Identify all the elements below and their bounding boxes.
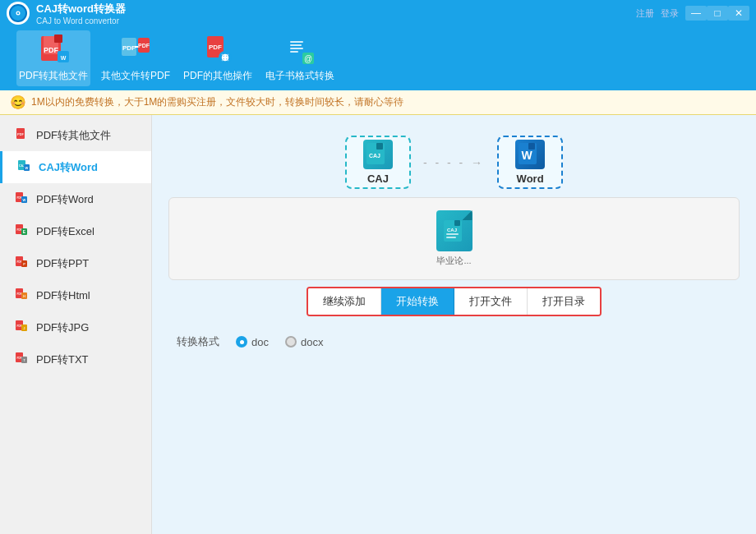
format-docx-radio[interactable] [285, 336, 297, 348]
sidebar-item-pdf-jpg[interactable]: PDFJ PDF转JPG [0, 311, 151, 343]
main-area: PDF PDF转其他文件 CAJW CAJ转Word PDFW PDF转Word… [0, 115, 756, 534]
sidebar-icon-caj-word: CAJW [16, 159, 32, 175]
maximize-button[interactable]: □ [707, 6, 728, 21]
sidebar-label-pdf-ppt: PDF转PPT [36, 256, 89, 271]
sidebar-label-pdf-html: PDF转Html [36, 288, 90, 303]
svg-text:PDF: PDF [17, 132, 25, 136]
toolbar-pdf-to-other[interactable]: PDF W PDF转其他文件 [16, 30, 90, 86]
conversion-arrow: - - - - → [423, 156, 485, 169]
svg-text:CAJ: CAJ [446, 228, 456, 232]
login-link[interactable]: 登录 [661, 7, 679, 20]
toolbar-pdf-ops[interactable]: PDF PDF的其他操作 [181, 30, 255, 86]
format-doc-radio[interactable] [236, 336, 247, 348]
file-icon: CAJ [436, 210, 472, 251]
svg-rect-17 [290, 41, 303, 43]
other-pdf-icon-box: PDF PDF [119, 35, 152, 66]
svg-text:PDF: PDF [209, 44, 222, 51]
conversion-diagram: CAJ CAJ - - - - → W Word [168, 136, 740, 189]
sidebar-icon-pdf-word: PDFW [13, 191, 30, 207]
sidebar-label-pdf-word: PDF转Word [36, 192, 94, 207]
toolbar-pdf-other-label: PDF转其他文件 [19, 69, 88, 83]
minimize-button[interactable]: — [685, 6, 707, 21]
target-format-box: W Word [497, 136, 563, 189]
word-icon: W [515, 140, 545, 169]
format-docx-label: docx [301, 336, 323, 348]
sidebar-label-caj-word: CAJ转Word [39, 160, 98, 175]
sidebar-icon-pdf-txt: PDFT [13, 352, 30, 367]
sidebar: PDF PDF转其他文件 CAJW CAJ转Word PDFW PDF转Word… [0, 115, 152, 534]
toolbar-pdf-ops-label: PDF的其他操作 [183, 69, 252, 83]
svg-text:J: J [24, 327, 25, 330]
format-select-row: 转换格式 doc docx [177, 334, 740, 349]
svg-text:W: W [61, 55, 67, 61]
close-button[interactable]: ✕ [728, 6, 749, 21]
sidebar-icon-pdf-ppt: PDFP [13, 255, 30, 271]
sidebar-item-pdf-txt[interactable]: PDFT PDF转TXT [0, 343, 151, 375]
sidebar-item-caj-word[interactable]: CAJW CAJ转Word [0, 151, 151, 183]
toolbar-other-to-pdf[interactable]: PDF PDF 其他文件转PDF [99, 30, 173, 86]
svg-text:CAJ: CAJ [19, 164, 25, 168]
action-bar: 继续添加 开始转换 打开文件 打开目录 [307, 287, 602, 316]
svg-text:PDF: PDF [138, 43, 150, 48]
svg-rect-61 [454, 220, 460, 226]
svg-text:PDF: PDF [122, 44, 136, 52]
format-label: 转换格式 [177, 334, 219, 349]
notice-text: 1M以内的免费转换，大于1M的需购买注册，文件较大时，转换时间较长，请耐心等待 [31, 95, 403, 109]
format-doc-option[interactable]: doc [236, 336, 269, 348]
sidebar-item-pdf-ppt[interactable]: PDFP PDF转PPT [0, 247, 151, 279]
sidebar-item-pdf-other[interactable]: PDF PDF转其他文件 [0, 119, 151, 151]
svg-text:@: @ [304, 54, 312, 63]
svg-text:W: W [23, 198, 26, 202]
svg-text:PDF: PDF [17, 228, 22, 232]
sidebar-item-pdf-word[interactable]: PDFW PDF转Word [0, 183, 151, 215]
app-title-block: CAJ转word转换器 CAJ to Word convertor [36, 2, 636, 25]
app-subname: CAJ to Word convertor [36, 16, 636, 25]
file-item: CAJ 毕业论... [436, 210, 472, 267]
start-convert-button[interactable]: 开始转换 [381, 288, 454, 315]
svg-text:W: W [522, 149, 533, 162]
pdf-other-icon-box: PDF W [37, 35, 70, 66]
titlebar: CAJ转word转换器 CAJ to Word convertor 注册 登录 … [0, 0, 756, 26]
sidebar-icon-pdf-html: PDFH [13, 288, 30, 303]
sidebar-label-pdf-excel: PDF转Excel [36, 224, 94, 239]
svg-rect-55 [376, 143, 383, 150]
caj-icon: CAJ [363, 140, 393, 169]
notice-icon: 😊 [10, 94, 26, 110]
sidebar-label-pdf-other: PDF转其他文件 [36, 128, 111, 143]
svg-rect-19 [290, 48, 303, 49]
svg-rect-63 [446, 233, 459, 235]
sidebar-item-pdf-html[interactable]: PDFH PDF转Html [0, 279, 151, 311]
ebook-icon-box: @ @ [284, 35, 316, 66]
svg-text:CAJ: CAJ [369, 153, 380, 159]
source-format-box: CAJ CAJ [345, 136, 411, 189]
svg-rect-5 [54, 35, 62, 43]
sidebar-icon-pdf-excel: PDFE [13, 223, 30, 239]
format-doc-label: doc [251, 336, 269, 348]
toolbar-ebook[interactable]: @ @ 电子书格式转换 [263, 30, 337, 86]
toolbar-other-pdf-label: 其他文件转PDF [101, 69, 170, 83]
svg-text:PDF: PDF [44, 46, 59, 54]
svg-rect-18 [290, 44, 302, 46]
svg-text:PDF: PDF [17, 260, 22, 264]
open-file-button[interactable]: 打开文件 [454, 288, 528, 315]
open-dir-button[interactable]: 打开目录 [528, 288, 600, 315]
format-docx-option[interactable]: docx [285, 336, 323, 348]
svg-text:PDF: PDF [17, 357, 22, 360]
main-toolbar: PDF W PDF转其他文件 PDF PDF 其他文件转PDF PDF [0, 26, 756, 90]
app-logo [7, 2, 30, 25]
pdf-ops-icon-box: PDF [201, 35, 234, 66]
svg-rect-64 [446, 237, 456, 238]
content-panel: CAJ CAJ - - - - → W Word [152, 115, 756, 534]
target-label: Word [517, 173, 544, 185]
file-drop-area[interactable]: CAJ 毕业论... [168, 197, 740, 280]
svg-text:W: W [25, 166, 29, 170]
register-link[interactable]: 注册 [636, 7, 654, 20]
app-name: CAJ转word转换器 [36, 2, 636, 16]
svg-point-1 [17, 12, 19, 14]
sidebar-label-pdf-jpg: PDF转JPG [36, 320, 89, 335]
sidebar-item-pdf-excel[interactable]: PDFE PDF转Excel [0, 215, 151, 247]
add-more-button[interactable]: 继续添加 [308, 288, 381, 315]
notice-bar: 😊 1M以内的免费转换，大于1M的需购买注册，文件较大时，转换时间较长，请耐心等… [0, 90, 756, 115]
svg-text:PDF: PDF [17, 325, 22, 328]
svg-text:P: P [23, 262, 25, 266]
